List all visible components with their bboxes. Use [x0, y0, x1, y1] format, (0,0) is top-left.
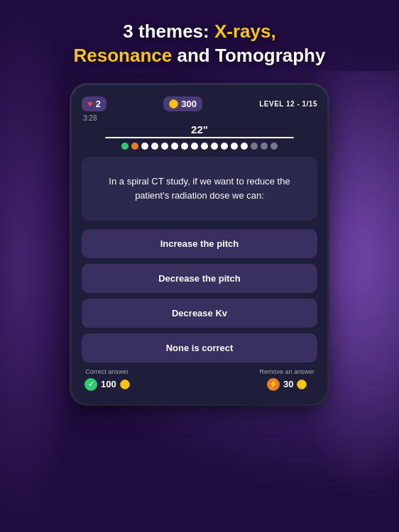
dot-3 [151, 143, 158, 150]
question-box: In a spiral CT study, if we want to redu… [82, 157, 317, 221]
correct-answer-row: ✓ 100 [84, 378, 130, 391]
answer-button-1[interactable]: Increase the pitch [82, 229, 317, 258]
dot-green [121, 143, 129, 150]
title-part3: and Tomography [172, 45, 325, 66]
lives-count: 2 [96, 99, 101, 109]
correct-answer-score: 100 [101, 379, 116, 389]
answer-button-4[interactable]: None is correct [82, 333, 317, 362]
dot-5 [171, 143, 178, 150]
header-title: 3 themes: X-rays, Resonance and Tomograp… [60, 20, 340, 68]
correct-answer-label: Correct answer [85, 368, 129, 375]
dot-15 [270, 143, 278, 150]
title-highlight: X-rays, [214, 21, 276, 42]
timer-seconds: 22" [82, 123, 317, 135]
dot-7 [191, 143, 198, 150]
coin-icon [169, 99, 178, 109]
title-part1: 3 themes: [123, 21, 214, 42]
heart-icon: ♥ [87, 99, 93, 109]
dot-8 [201, 143, 208, 150]
coins-box: 300 [163, 96, 202, 111]
remove-answer-coin-icon [297, 379, 307, 389]
dot-9 [211, 143, 218, 150]
dot-14 [261, 143, 268, 150]
timer-row: 3:28 [82, 114, 317, 122]
dot-10 [221, 143, 228, 150]
dot-6 [181, 143, 188, 150]
title-part2: Resonance [74, 45, 173, 66]
answer-button-2[interactable]: Decrease the pitch [82, 264, 317, 293]
remove-answer-score: 30 [283, 379, 293, 389]
remove-answer-action[interactable]: Remove an answer ⚡ 30 [259, 368, 315, 391]
coins-count: 300 [181, 99, 197, 109]
remove-answer-row: ⚡ 30 [267, 378, 307, 391]
remove-answer-label: Remove an answer [259, 368, 315, 375]
top-bar: ♥ 2 300 LEVEL 12 - 1/15 [82, 96, 317, 111]
progress-dots [82, 143, 317, 150]
dot-4 [161, 143, 168, 150]
dot-13 [251, 143, 258, 150]
dot-orange [131, 143, 138, 150]
timer-small: 3:28 [83, 114, 97, 122]
check-icon: ✓ [84, 378, 97, 391]
lightning-icon: ⚡ [267, 378, 280, 391]
lives-box: ♥ 2 [82, 96, 106, 111]
tablet-container: ♥ 2 300 LEVEL 12 - 1/15 3:28 22" [72, 85, 327, 404]
level-label: LEVEL 12 - 1/15 [259, 100, 317, 108]
dot-11 [231, 143, 238, 150]
correct-answer-coin-icon [120, 379, 130, 389]
timer-underline [105, 137, 294, 138]
dot-current [141, 143, 148, 150]
dot-12 [241, 143, 248, 150]
answer-button-3[interactable]: Decrease Kv [82, 299, 317, 328]
bottom-bar: Correct answer ✓ 100 Remove an answer ⚡ … [82, 368, 317, 391]
timer-bar-container: 22" [82, 123, 317, 138]
correct-answer-action[interactable]: Correct answer ✓ 100 [84, 368, 130, 391]
question-text: In a spiral CT study, if we want to redu… [92, 174, 307, 202]
